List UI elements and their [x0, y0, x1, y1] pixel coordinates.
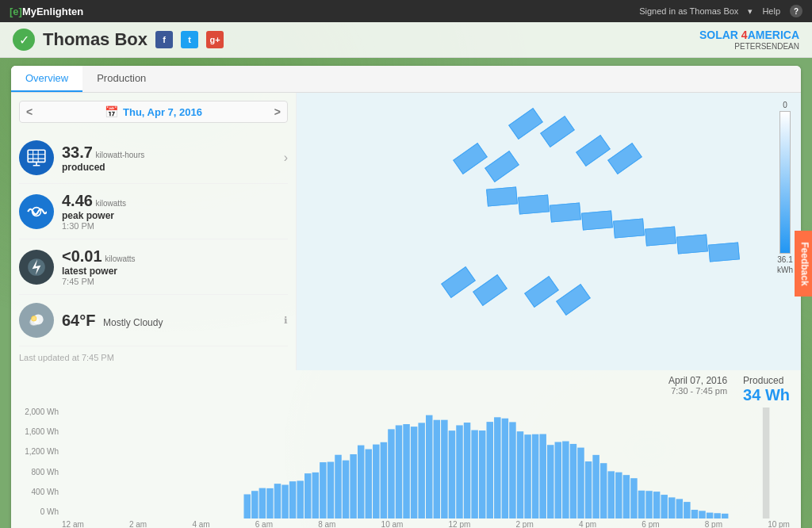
- x-label-6pm: 6 pm: [642, 520, 659, 528]
- svg-rect-42: [456, 425, 462, 518]
- chart-header: April 07, 2016 7:30 - 7:45 pm Produced 3…: [11, 370, 801, 407]
- tab-production[interactable]: Production: [82, 66, 160, 92]
- wave-icon: [19, 194, 54, 229]
- x-label-12pm: 12 pm: [449, 520, 471, 528]
- solar-panel-unit: [645, 226, 676, 246]
- energy-scale: 0 36.1 kWh: [777, 101, 793, 274]
- solar-panel-unit: [508, 108, 543, 140]
- solar-panel-unit: [473, 274, 508, 306]
- production-label: produced: [62, 162, 276, 173]
- svg-rect-29: [358, 446, 364, 518]
- weather-info-icon[interactable]: ℹ: [284, 315, 288, 326]
- svg-rect-30: [366, 450, 372, 518]
- app-logo: [e]MyEnlighten: [10, 6, 83, 17]
- y-label-800: 800 Wh: [32, 468, 59, 476]
- peak-power-label: peak power: [62, 210, 288, 221]
- svg-rect-62: [608, 471, 615, 518]
- twitter-button[interactable]: t: [181, 31, 198, 48]
- solar-panel-unit: [708, 242, 740, 262]
- y-label-0: 0 Wh: [40, 507, 59, 516]
- svg-rect-20: [289, 481, 296, 518]
- gradient-bar: [779, 111, 791, 254]
- chart-time: 7:30 - 7:45 pm: [668, 386, 727, 396]
- chart-produced-label: Produced: [743, 375, 790, 386]
- svg-rect-52: [532, 434, 538, 518]
- svg-rect-72: [684, 502, 690, 518]
- svg-rect-23: [312, 473, 319, 518]
- help-link[interactable]: Help: [762, 6, 780, 16]
- bar-chart: [62, 407, 790, 518]
- feedback-tab[interactable]: Feedback: [794, 231, 812, 297]
- x-label-2pm: 2 pm: [516, 520, 534, 528]
- svg-rect-39: [434, 420, 440, 518]
- x-label-6am: 6 am: [255, 520, 273, 528]
- svg-rect-49: [509, 422, 515, 518]
- y-label-400: 400 Wh: [32, 488, 59, 496]
- page-header-left: ✓ Thomas Box f t g+: [13, 29, 224, 51]
- chart-date: April 07, 2016: [668, 375, 727, 386]
- solar-panel-unit: [441, 266, 476, 298]
- y-axis: 2,000 Wh 1,600 Wh 1,200 Wh 800 Wh 400 Wh…: [22, 407, 62, 516]
- x-label-10pm: 10 pm: [768, 520, 790, 528]
- dropdown-arrow-icon[interactable]: ▾: [748, 6, 753, 17]
- svg-rect-47: [494, 417, 500, 518]
- verified-icon: ✓: [13, 29, 35, 51]
- solar-panel-unit: [518, 194, 550, 214]
- y-label-2000: 2,000 Wh: [25, 407, 59, 416]
- scale-unit: kWh: [777, 266, 793, 274]
- peak-power-unit: kilowatts: [96, 199, 126, 208]
- x-label-4am: 4 am: [192, 520, 209, 528]
- date-navigator: < 📅 Thu, Apr 7, 2016 >: [19, 101, 288, 123]
- x-label-8am: 8 am: [318, 520, 335, 528]
- chart-date-area: April 07, 2016 7:30 - 7:45 pm: [668, 375, 727, 396]
- production-stat-row: 33.7 kilowatt-hours produced ›: [19, 132, 288, 184]
- svg-rect-73: [691, 510, 698, 518]
- weather-stat-content: 64°F Mostly Cloudy: [62, 312, 276, 330]
- prev-date-button[interactable]: <: [26, 105, 33, 118]
- svg-rect-22: [304, 473, 311, 518]
- solar-panel-unit: [581, 210, 613, 230]
- solar-panel-unit: [453, 143, 488, 174]
- peak-power-stat-row: 4.46 kilowatts peak power 1:30 PM: [19, 184, 288, 239]
- svg-rect-27: [343, 461, 349, 518]
- svg-rect-64: [623, 475, 630, 518]
- production-value: 33.7: [62, 143, 93, 161]
- peak-power-time: 1:30 PM: [62, 221, 288, 231]
- x-label-12am: 12 am: [62, 520, 84, 528]
- production-detail-arrow[interactable]: ›: [284, 151, 288, 165]
- solar-panel-unit: [576, 135, 611, 166]
- topbar-left: [e]MyEnlighten: [10, 6, 83, 17]
- solar-panel-unit: [540, 116, 575, 147]
- weather-icon: [19, 303, 54, 338]
- facebook-button[interactable]: f: [155, 31, 173, 48]
- solar-panel-unit: [613, 218, 645, 238]
- petersen-dean-label: PETERSENDEAN: [734, 42, 799, 51]
- svg-rect-45: [479, 430, 485, 518]
- svg-rect-38: [426, 415, 432, 518]
- peak-power-value: 4.46: [62, 192, 93, 209]
- svg-rect-78: [763, 407, 770, 518]
- overview-card: Overview Production < 📅 Thu, Apr 7, 2016…: [11, 66, 801, 528]
- help-badge[interactable]: ?: [790, 5, 802, 17]
- last-updated-label: Last updated at 7:45 PM: [19, 353, 288, 362]
- next-date-button[interactable]: >: [274, 105, 281, 118]
- svg-rect-14: [244, 494, 251, 518]
- y-label-1600: 1,600 Wh: [25, 427, 59, 436]
- svg-rect-48: [502, 419, 508, 518]
- solar-panel-unit: [556, 284, 591, 316]
- chart-produced-value: 34 Wh: [743, 386, 790, 404]
- svg-rect-21: [297, 480, 303, 518]
- production-unit: kilowatt-hours: [96, 151, 145, 159]
- svg-rect-41: [449, 430, 455, 518]
- svg-rect-50: [517, 431, 523, 518]
- chart-container: 2,000 Wh 1,600 Wh 1,200 Wh 800 Wh 400 Wh…: [11, 407, 801, 528]
- solar-panel-unit: [485, 151, 519, 182]
- latest-power-unit: kilowatts: [105, 254, 135, 263]
- googleplus-button[interactable]: g+: [206, 31, 224, 48]
- partner-logo-area: SOLAR 4AMERICA PETERSENDEAN: [699, 29, 799, 51]
- svg-rect-66: [638, 491, 645, 518]
- lightning-icon: [19, 250, 54, 285]
- bar-chart-svg: [62, 407, 790, 518]
- svg-rect-61: [600, 463, 607, 518]
- tab-overview[interactable]: Overview: [11, 66, 82, 92]
